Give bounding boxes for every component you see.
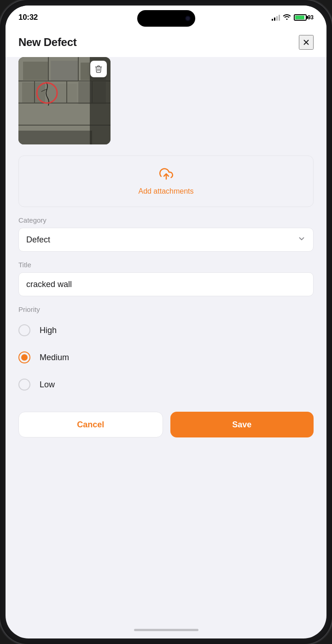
priority-high-label: High xyxy=(40,326,57,335)
wifi-icon xyxy=(283,14,291,21)
camera-dot xyxy=(185,16,191,21)
phone-shell: 10:32 xyxy=(0,0,332,644)
image-section xyxy=(6,57,326,152)
screen: 10:32 xyxy=(6,6,326,638)
image-container xyxy=(18,57,111,144)
title-input[interactable] xyxy=(18,272,314,296)
battery-body xyxy=(294,14,307,21)
page-title: New Defect xyxy=(18,36,76,49)
priority-low-label: Low xyxy=(40,380,55,390)
battery-fill xyxy=(295,16,304,19)
svg-rect-20 xyxy=(18,131,92,144)
status-bar: 10:32 xyxy=(6,6,326,26)
add-attachments-label: Add attachments xyxy=(138,187,193,196)
svg-rect-5 xyxy=(51,61,78,81)
battery-text: 93 xyxy=(308,14,314,21)
category-select[interactable]: Defect xyxy=(18,228,314,252)
category-label: Category xyxy=(18,216,314,224)
delete-image-button[interactable] xyxy=(90,61,107,77)
priority-section: Priority High Medium xyxy=(6,305,326,398)
priority-low-option[interactable]: Low xyxy=(18,371,314,398)
title-label: Title xyxy=(18,261,314,269)
priority-medium-radio xyxy=(18,351,30,363)
main-content: New Defect xyxy=(6,26,326,638)
category-section: Category Defect xyxy=(6,216,326,252)
priority-medium-selected-dot xyxy=(21,354,28,361)
save-button[interactable]: Save xyxy=(170,412,314,437)
category-select-wrapper: Defect xyxy=(18,228,314,252)
cancel-button[interactable]: Cancel xyxy=(18,412,163,437)
category-selected-value: Defect xyxy=(26,235,50,245)
svg-rect-8 xyxy=(47,84,77,103)
header: New Defect xyxy=(6,26,326,57)
upload-icon xyxy=(159,167,173,183)
battery-indicator: 93 xyxy=(294,14,314,21)
status-time: 10:32 xyxy=(18,13,38,22)
priority-medium-label: Medium xyxy=(40,353,69,362)
svg-rect-7 xyxy=(22,82,45,103)
bottom-spacer xyxy=(6,437,326,456)
priority-medium-option[interactable]: Medium xyxy=(18,344,314,371)
priority-radio-group: High Medium Low xyxy=(18,317,314,398)
priority-low-radio xyxy=(18,379,30,391)
dynamic-island xyxy=(137,10,195,27)
priority-label: Priority xyxy=(18,305,314,313)
svg-rect-4 xyxy=(23,62,48,80)
chevron-down-icon xyxy=(297,235,306,245)
priority-high-radio xyxy=(18,324,30,336)
add-attachments-zone[interactable]: Add attachments xyxy=(18,155,314,207)
home-indicator xyxy=(134,629,198,631)
bottom-buttons: Cancel Save xyxy=(6,412,326,437)
status-icons: 93 xyxy=(272,14,314,21)
title-section: Title xyxy=(6,261,326,305)
priority-high-option[interactable]: High xyxy=(18,317,314,344)
signal-bars-icon xyxy=(272,14,280,21)
close-button[interactable] xyxy=(299,35,314,50)
